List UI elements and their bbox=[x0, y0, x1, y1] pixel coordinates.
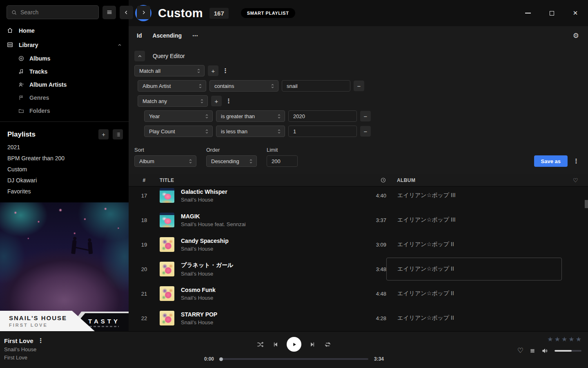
next-track-button[interactable] bbox=[309, 341, 316, 348]
save-as-button[interactable]: Save as bbox=[534, 155, 568, 167]
maximize-button[interactable] bbox=[546, 7, 558, 19]
track-album[interactable]: エイリアン☆ポップ III bbox=[386, 186, 562, 207]
playlist-item[interactable]: BPM Greater than 200 bbox=[0, 153, 129, 164]
search-box[interactable] bbox=[7, 5, 99, 19]
track-row[interactable]: 18 MAGIK Snail’s House feat. Sennzai 3:3… bbox=[129, 208, 588, 232]
favorite-button[interactable]: ♡ bbox=[517, 346, 523, 355]
previous-track-button[interactable] bbox=[272, 341, 279, 348]
group-options-button[interactable]: ⋮ bbox=[225, 97, 232, 105]
query-options-button[interactable]: ⋮ bbox=[572, 157, 580, 165]
total-time: 3:34 bbox=[374, 356, 384, 362]
forward-button[interactable] bbox=[137, 6, 150, 19]
column-header-title[interactable]: TITLE bbox=[153, 177, 363, 183]
track-row[interactable]: 20 プラネット・ガール Snail’s House 3:48 エイリアン☆ポッ… bbox=[129, 257, 588, 281]
minimize-button[interactable] bbox=[522, 7, 534, 19]
track-row[interactable]: 19 Candy Spaceship Snail’s House 3:09 エイ… bbox=[129, 232, 588, 257]
rule-value-input[interactable] bbox=[288, 126, 357, 137]
track-row[interactable]: 17 Galactic Whisper Snail’s House 4:40 エ… bbox=[129, 186, 588, 208]
star-icon[interactable]: ★ bbox=[547, 335, 553, 343]
sidebar-item-album-artists[interactable]: Album Artists bbox=[0, 78, 129, 91]
play-button[interactable] bbox=[287, 337, 301, 352]
track-album[interactable]: エイリアン☆ポップ II bbox=[386, 307, 562, 330]
sidebar-item-genres[interactable]: Genres bbox=[0, 91, 129, 104]
column-header-number[interactable]: # bbox=[135, 177, 153, 183]
back-button[interactable] bbox=[120, 6, 133, 19]
track-count-badge: 167 bbox=[209, 8, 229, 19]
rule-value-input[interactable] bbox=[282, 80, 350, 92]
queue-button[interactable] bbox=[529, 348, 536, 354]
sidebar-item-albums[interactable]: Albums bbox=[0, 52, 129, 65]
track-album[interactable]: エイリアン☆ポップ III bbox=[386, 209, 562, 231]
add-playlist-button[interactable]: + bbox=[98, 129, 109, 139]
remove-rule-button[interactable]: − bbox=[360, 126, 371, 137]
group-options-button[interactable]: ⋮ bbox=[222, 67, 229, 74]
match-type-select[interactable]: Match any bbox=[138, 95, 208, 107]
star-icon[interactable]: ★ bbox=[568, 335, 574, 343]
duration-column-header[interactable] bbox=[363, 177, 386, 183]
seek-bar[interactable] bbox=[220, 358, 368, 360]
column-header-album[interactable]: ALBUM bbox=[386, 177, 562, 183]
track-artist: Snail’s House bbox=[181, 271, 363, 277]
rule-field-select[interactable]: Album Artist bbox=[138, 80, 206, 92]
sort-direction-button[interactable]: Ascending bbox=[152, 32, 182, 39]
order-select[interactable]: Descending bbox=[206, 155, 257, 167]
gear-icon[interactable]: ⚙ bbox=[573, 31, 579, 40]
playlist-item[interactable]: Favorites bbox=[0, 186, 129, 197]
close-button[interactable]: ✕ bbox=[569, 7, 581, 19]
remove-rule-button[interactable]: − bbox=[354, 81, 364, 91]
playlist-list-button[interactable] bbox=[113, 129, 123, 139]
more-options-button[interactable]: ⋯ bbox=[192, 32, 198, 39]
star-icon[interactable]: ★ bbox=[561, 335, 567, 343]
shuffle-button[interactable] bbox=[256, 341, 264, 348]
library-icon bbox=[7, 41, 13, 48]
home-icon bbox=[7, 27, 13, 34]
playlist-item[interactable]: DJ Okawari bbox=[0, 175, 129, 186]
chevron-right-icon bbox=[140, 9, 147, 16]
minus-icon: − bbox=[364, 128, 368, 135]
playlist-item[interactable]: Custom bbox=[0, 164, 129, 175]
now-playing-album: First Love bbox=[4, 355, 122, 361]
playlist-item[interactable]: 2021 bbox=[0, 142, 129, 153]
track-duration: 4:40 bbox=[363, 193, 386, 199]
menu-button[interactable] bbox=[102, 6, 116, 19]
collapse-query-editor-button[interactable] bbox=[134, 51, 145, 61]
rule-operator-select[interactable]: is greater than bbox=[216, 110, 285, 122]
track-album[interactable]: エイリアン☆ポップ II bbox=[386, 258, 562, 280]
repeat-button[interactable] bbox=[324, 341, 332, 348]
clock-icon bbox=[380, 177, 386, 183]
track-row[interactable]: 22 STARRY POP Snail’s House 4:28 エイリアン☆ポ… bbox=[129, 306, 588, 330]
sidebar-item-label: Home bbox=[19, 27, 35, 34]
rule-operator-select[interactable]: contains bbox=[209, 80, 278, 92]
track-row[interactable]: 21 Cosmo Funk Snail’s House 4:48 エイリアン☆ポ… bbox=[129, 281, 588, 306]
volume-slider[interactable] bbox=[555, 350, 581, 352]
add-rule-button[interactable]: + bbox=[208, 65, 218, 76]
sidebar-item-folders[interactable]: Folders bbox=[0, 104, 129, 117]
rating-stars[interactable]: ★ ★ ★ ★ ★ bbox=[547, 335, 581, 343]
track-number: 20 bbox=[135, 266, 153, 272]
rule-operator-select[interactable]: is less than bbox=[216, 126, 285, 137]
sidebar-item-home[interactable]: Home bbox=[0, 23, 129, 38]
add-rule-button[interactable]: + bbox=[211, 96, 222, 106]
sidebar-item-library[interactable]: Library bbox=[0, 38, 129, 52]
now-playing-options-button[interactable]: ⋮ bbox=[37, 337, 45, 344]
star-icon[interactable]: ★ bbox=[555, 335, 560, 343]
volume-icon[interactable] bbox=[541, 347, 549, 355]
scrollbar-thumb[interactable] bbox=[585, 200, 588, 208]
track-number: 22 bbox=[135, 315, 153, 321]
sort-select[interactable]: Album bbox=[134, 155, 196, 167]
rule-field-select[interactable]: Year bbox=[144, 110, 213, 122]
remove-rule-button[interactable]: − bbox=[360, 111, 371, 121]
seek-knob[interactable] bbox=[219, 357, 223, 361]
limit-input[interactable] bbox=[267, 155, 298, 167]
track-album[interactable]: エイリアン☆ポップ II bbox=[386, 233, 562, 256]
favorite-column-header[interactable]: ♡ bbox=[562, 177, 578, 184]
track-album[interactable]: エイリアン☆ポップ II bbox=[386, 282, 562, 305]
sort-field-button[interactable]: Id bbox=[137, 32, 142, 39]
sidebar-item-tracks[interactable]: Tracks bbox=[0, 65, 129, 78]
rule-value-input[interactable] bbox=[288, 110, 357, 122]
star-icon[interactable]: ★ bbox=[576, 335, 581, 343]
match-type-select[interactable]: Match all bbox=[134, 65, 205, 76]
chevron-up-icon[interactable] bbox=[117, 43, 122, 47]
search-input[interactable] bbox=[20, 9, 94, 16]
rule-field-select[interactable]: Play Count bbox=[144, 126, 213, 137]
